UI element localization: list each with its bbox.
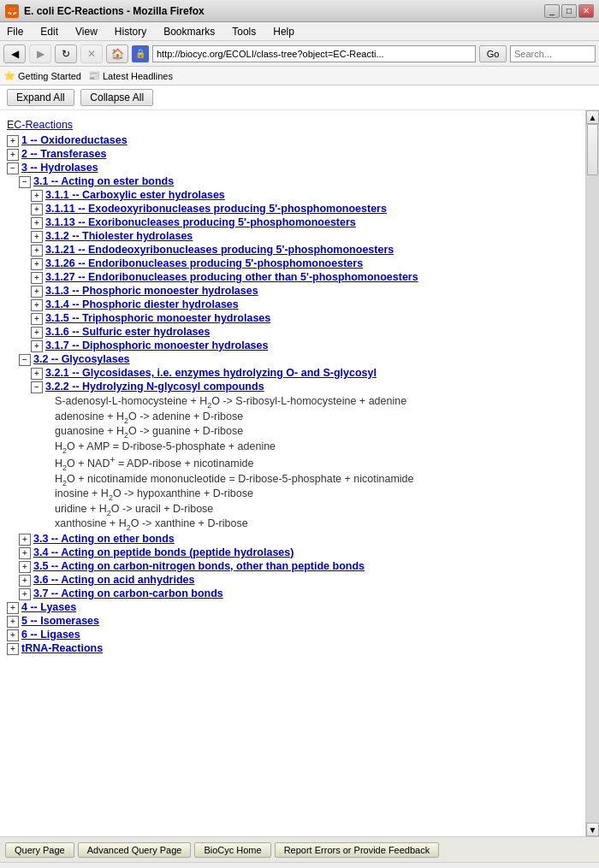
expand-icon-3-3[interactable]: +	[19, 534, 31, 546]
link-3-1-27[interactable]: 3.1.27 -- Endoribonucleases producing ot…	[45, 271, 418, 283]
bookmark-label: Latest Headlines	[103, 71, 173, 81]
reaction-2: adenosine + H2O -> adenine + D-ribose	[55, 410, 578, 425]
bookmark-getting-started[interactable]: ⭐ Getting Started	[3, 70, 81, 81]
collapse-all-button[interactable]: Collapse All	[80, 89, 153, 106]
link-3-6[interactable]: 3.6 -- Acting on acid anhydrides	[33, 574, 194, 586]
link-2[interactable]: 2 -- Transferases	[21, 148, 106, 160]
expand-icon-2[interactable]: +	[7, 149, 19, 161]
expand-icon-trna[interactable]: +	[7, 643, 19, 655]
expand-icon-6[interactable]: +	[7, 629, 19, 641]
expand-icon-3-1-1[interactable]: +	[31, 190, 43, 202]
link-3-1-1[interactable]: 3.1.1 -- Carboxylic ester hydrolases	[45, 189, 225, 201]
expand-icon-3-2-1[interactable]: +	[31, 368, 43, 380]
link-3-2-2[interactable]: 3.2.2 -- Hydrolyzing N-glycosyl compound…	[45, 381, 264, 393]
expand-icon-3-1-27[interactable]: +	[31, 272, 43, 284]
menu-view[interactable]: View	[72, 25, 101, 38]
link-3-1-26[interactable]: 3.1.26 -- Endoribonucleases producing 5'…	[45, 257, 363, 269]
back-button[interactable]: ◀	[3, 44, 26, 63]
expand-icon-3-1-5[interactable]: +	[31, 313, 43, 325]
expand-icon-3-2[interactable]: −	[19, 354, 31, 366]
expand-icon-3-1-3[interactable]: +	[31, 286, 43, 298]
link-3-1[interactable]: 3.1 -- Acting on ester bonds	[33, 175, 174, 187]
expand-icon-3[interactable]: −	[7, 162, 19, 174]
expand-icon-1[interactable]: +	[7, 135, 19, 147]
link-3-1-3[interactable]: 3.1.3 -- Phosphoric monoester hydrolases	[45, 285, 258, 297]
link-3-1-13[interactable]: 3.1.13 -- Exoribonucleases producing 5'-…	[45, 216, 356, 228]
link-3-1-2[interactable]: 3.1.2 -- Thiolester hydrolases	[45, 230, 193, 242]
link-1[interactable]: 1 -- Oxidoreductases	[21, 134, 128, 146]
address-input[interactable]	[152, 45, 476, 62]
link-6[interactable]: 6 -- Ligases	[21, 629, 80, 641]
report-errors-button[interactable]: Report Errors or Provide Feedback	[275, 842, 440, 858]
minimize-button[interactable]: _	[544, 4, 560, 18]
menu-bookmarks[interactable]: Bookmarks	[160, 25, 218, 38]
link-3-1-4[interactable]: 3.1.4 -- Phosphoric diester hydrolases	[45, 298, 239, 310]
link-3[interactable]: 3 -- Hydrolases	[21, 162, 98, 174]
reaction-1: S-adenosyl-L-homocysteine + H2O -> S-rib…	[55, 395, 578, 410]
link-3-1-6[interactable]: 3.1.6 -- Sulfuric ester hydrolases	[45, 326, 210, 338]
tree-item-3-1-1: + 3.1.1 -- Carboxylic ester hydrolases	[31, 189, 578, 202]
link-3-1-21[interactable]: 3.1.21 -- Endodeoxyribonucleases produci…	[45, 244, 394, 256]
link-4[interactable]: 4 -- Lyases	[21, 601, 76, 613]
expand-icon-3-1-11[interactable]: +	[31, 204, 43, 216]
ec-reactions-root-link[interactable]: EC-Reactions	[7, 119, 73, 131]
home-button[interactable]: 🏠	[106, 44, 128, 63]
query-page-button[interactable]: Query Page	[5, 842, 74, 858]
expand-icon-3-1-13[interactable]: +	[31, 217, 43, 229]
expand-icon-5[interactable]: +	[7, 616, 19, 628]
firefox-icon: 🦊	[5, 4, 19, 18]
scroll-thumb[interactable]	[587, 124, 598, 175]
scrollbar[interactable]: ▲ ▼	[585, 110, 599, 836]
stop-button[interactable]: ✕	[80, 44, 103, 63]
link-3-4[interactable]: 3.4 -- Acting on peptide bonds (peptide …	[33, 546, 294, 558]
expand-icon-3-1-6[interactable]: +	[31, 327, 43, 339]
reaction-4: H2O + AMP = D-ribose-5-phosphate + adeni…	[55, 440, 578, 455]
expand-icon-3-5[interactable]: +	[19, 561, 31, 573]
bottom-toolbar: Query Page Advanced Query Page BioCyc Ho…	[0, 836, 599, 862]
link-trna[interactable]: tRNA-Reactions	[21, 642, 103, 654]
expand-icon-3-6[interactable]: +	[19, 575, 31, 587]
expand-icon-3-1[interactable]: −	[19, 176, 31, 188]
expand-all-button[interactable]: Expand All	[7, 89, 74, 106]
link-3-5[interactable]: 3.5 -- Acting on carbon-nitrogen bonds, …	[33, 560, 365, 572]
link-5[interactable]: 5 -- Isomerases	[21, 615, 99, 627]
expand-icon-3-1-2[interactable]: +	[31, 231, 43, 243]
link-3-1-7[interactable]: 3.1.7 -- Diphosphoric monoester hydrolas…	[45, 340, 268, 351]
window-controls[interactable]: _ □ ✕	[544, 4, 594, 18]
link-3-1-11[interactable]: 3.1.11 -- Exodeoxyribonucleases producin…	[45, 203, 387, 215]
scroll-up-button[interactable]: ▲	[586, 110, 599, 124]
close-button[interactable]: ✕	[578, 4, 594, 18]
link-3-2-1[interactable]: 3.2.1 -- Glycosidases, i.e. enzymes hydr…	[45, 367, 377, 379]
tree-item-3-1-7: + 3.1.7 -- Diphosphoric monoester hydrol…	[31, 340, 578, 352]
reaction-6: H2O + nicotinamide mononucleotide = D-ri…	[55, 473, 578, 487]
expand-icon-3-7[interactable]: +	[19, 588, 31, 600]
address-icon: 🔒	[132, 45, 149, 62]
expand-icon-3-2-2[interactable]: −	[31, 381, 43, 393]
search-input[interactable]	[510, 45, 596, 62]
expand-icon-3-4[interactable]: +	[19, 547, 31, 559]
tree-item-3-1-26: + 3.1.26 -- Endoribonucleases producing …	[31, 257, 578, 270]
link-3-2[interactable]: 3.2 -- Glycosylases	[33, 353, 130, 365]
expand-icon-3-1-21[interactable]: +	[31, 245, 43, 257]
menu-tools[interactable]: Tools	[228, 25, 259, 38]
tree-item-3-2-2: − 3.2.2 -- Hydrolyzing N-glycosyl compou…	[31, 381, 578, 393]
maximize-button[interactable]: □	[561, 4, 577, 18]
expand-icon-3-1-4[interactable]: +	[31, 299, 43, 311]
reload-button[interactable]: ↻	[55, 44, 77, 63]
go-button[interactable]: Go	[479, 45, 507, 62]
menu-file[interactable]: File	[3, 25, 27, 38]
advanced-query-button[interactable]: Advanced Query Page	[78, 842, 192, 858]
menu-history[interactable]: History	[111, 25, 150, 38]
menu-help[interactable]: Help	[270, 25, 298, 38]
forward-button[interactable]: ▶	[29, 44, 51, 63]
link-3-1-5[interactable]: 3.1.5 -- Triphosphoric monoester hydrola…	[45, 312, 270, 324]
biocyc-home-button[interactable]: BioCyc Home	[194, 842, 270, 858]
expand-icon-3-1-7[interactable]: +	[31, 340, 43, 352]
expand-icon-3-1-26[interactable]: +	[31, 258, 43, 270]
scroll-down-button[interactable]: ▼	[586, 823, 599, 836]
menu-edit[interactable]: Edit	[37, 25, 62, 38]
link-3-7[interactable]: 3.7 -- Acting on carbon-carbon bonds	[33, 588, 223, 599]
link-3-3[interactable]: 3.3 -- Acting on ether bonds	[33, 533, 175, 545]
bookmark-latest-headlines[interactable]: 📰 Latest Headlines	[88, 70, 173, 81]
expand-icon-4[interactable]: +	[7, 602, 19, 614]
